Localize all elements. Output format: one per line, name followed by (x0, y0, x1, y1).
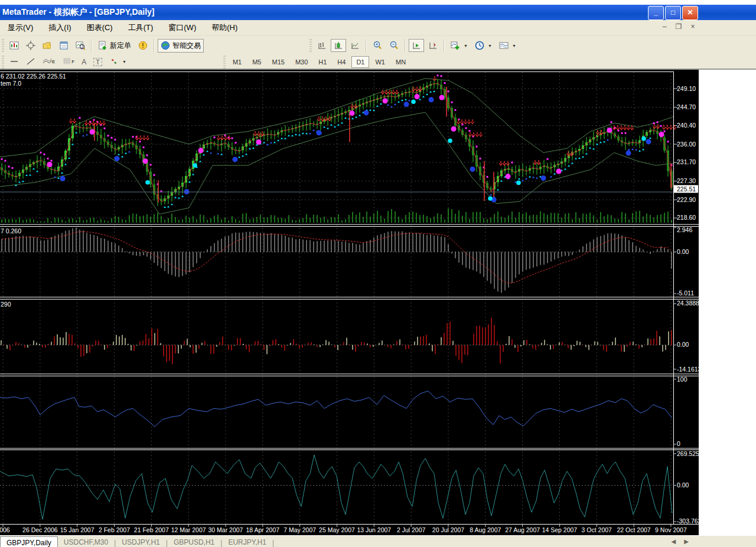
text-label-tool[interactable]: T (90, 56, 105, 68)
svg-text:100: 100 (677, 376, 687, 383)
tab-usdchf-m30[interactable]: USDCHF,M30 (58, 536, 114, 547)
tab-gbpjpy-daily[interactable]: GBPJPY,Daily (0, 536, 58, 547)
expert-advisor-label: 智能交易 (172, 41, 201, 51)
menu-tools[interactable]: 工具(T) (120, 21, 161, 35)
text-tool[interactable]: A (79, 56, 89, 68)
svg-text:3 Oct 2007: 3 Oct 2007 (582, 526, 612, 533)
line-chart-icon (350, 41, 360, 50)
arrows-tool-icon (109, 57, 119, 67)
timeframe-m1-button[interactable]: M1 (228, 56, 246, 68)
expert-advisor-button[interactable]: 智能交易 (158, 39, 204, 53)
timeframe-w1-button[interactable]: W1 (370, 56, 390, 68)
svg-text:-303.762: -303.762 (677, 517, 699, 525)
menu-help[interactable]: 帮助(H) (204, 21, 245, 35)
menu-view[interactable]: 显示(V) (0, 21, 41, 35)
periods-clock-icon (475, 41, 484, 50)
periods-button[interactable]: ▼ (472, 39, 495, 52)
svg-text:222.90: 222.90 (677, 196, 696, 203)
svg-text:12 Mar 2007: 12 Mar 2007 (171, 526, 206, 533)
new-order-button[interactable]: 新定单 (95, 39, 134, 53)
chart-shift-button[interactable] (425, 39, 441, 52)
svg-text:tem 7.0: tem 7.0 (1, 80, 21, 87)
fibonacci-tool[interactable]: F (59, 56, 77, 69)
trendline-tool[interactable] (23, 56, 38, 69)
toolbar-separator (405, 39, 406, 52)
tab-eurjpy-h1[interactable]: EURJPY,H1 (222, 536, 272, 547)
window-title: MetaTrader - 模拟帐户 - [GBPJPY,Daily] (2, 7, 155, 18)
timeframe-h4-button[interactable]: H4 (333, 56, 350, 68)
svg-text:-5.011: -5.011 (677, 289, 694, 297)
svg-text:240.40: 240.40 (677, 122, 696, 129)
timeframe-h1-button[interactable]: H1 (314, 56, 331, 68)
toolbar-separator (444, 39, 445, 52)
candlestick-chart-icon (334, 41, 343, 50)
zoom-out-button[interactable] (386, 39, 402, 52)
zoom-in-button[interactable] (370, 39, 385, 52)
new-chart-button[interactable] (6, 39, 22, 52)
arrows-dropdown-caret[interactable]: ▼ (122, 60, 126, 64)
minimize-button[interactable]: _ (648, 6, 664, 20)
text-tool-icon: A (82, 58, 86, 66)
horizontal-line-tool[interactable] (6, 56, 22, 69)
zoom-out-icon (389, 41, 399, 50)
mdi-restore-button[interactable]: ❐ (673, 22, 684, 32)
tab-scroll-left-icon[interactable]: ◀ (672, 538, 685, 545)
chart-tab-bar: GBPJPY,Daily USDCHF,M30 | USDJPY,H1 | GB… (0, 535, 756, 547)
auto-scroll-button[interactable] (409, 39, 424, 52)
tab-usdjpy-h1[interactable]: USDJPY,H1 (116, 536, 165, 547)
svg-text:26 Dec 2006: 26 Dec 2006 (22, 526, 58, 533)
maximize-button[interactable]: □ (665, 6, 681, 20)
svg-text:249.10: 249.10 (677, 85, 696, 92)
timeframe-d1-button[interactable]: D1 (351, 56, 369, 68)
svg-text:0.00: 0.00 (677, 481, 689, 489)
timeframe-m5-button[interactable]: M5 (247, 56, 266, 68)
tab-scroll-right-icon[interactable]: ▶ (684, 538, 697, 545)
title-bar: MetaTrader - 模拟帐户 - [GBPJPY,Daily] _ □ ✕ (0, 5, 756, 20)
alert-button[interactable]: ! (135, 39, 151, 52)
mdi-minimize-button[interactable]: – (659, 22, 670, 32)
strategy-tester-icon (76, 41, 85, 50)
timeframe-m15-button[interactable]: M15 (267, 56, 289, 68)
candlestick-chart-button[interactable] (331, 39, 346, 52)
tab-gbpusd-h1[interactable]: GBPUSD,H1 (168, 536, 220, 547)
auto-scroll-icon (412, 41, 421, 50)
metatrader-window: MetaTrader - 模拟帐户 - [GBPJPY,Daily] _ □ ✕… (0, 0, 756, 547)
timeframe-m30-button[interactable]: M30 (291, 56, 312, 68)
templates-button[interactable]: ▼ (496, 39, 519, 52)
data-window-button[interactable] (56, 39, 71, 52)
equidistant-channel-tool[interactable]: E (40, 56, 58, 69)
fibonacci-grid-icon (62, 57, 71, 67)
svg-text:9 Nov 2007: 9 Nov 2007 (655, 526, 687, 533)
new-chart-icon (9, 41, 19, 50)
templates-dropdown-caret[interactable]: ▼ (512, 44, 516, 48)
line-chart-button[interactable] (347, 39, 363, 52)
toolbar-separator (366, 39, 367, 52)
crosshair-button[interactable] (23, 39, 38, 52)
text-label-icon: T (93, 58, 102, 66)
periods-dropdown-caret[interactable]: ▼ (488, 44, 492, 48)
svg-text:269.5252: 269.5252 (677, 450, 699, 457)
chart-canvas[interactable]: 249.10244.70240.40236.00231.70227.30222.… (0, 70, 699, 535)
chart-shift-icon (428, 41, 438, 50)
toolbar-grip (2, 39, 4, 52)
close-button[interactable]: ✕ (682, 6, 698, 20)
indicators-button[interactable]: ▼ (448, 39, 471, 52)
channel-icon (43, 57, 52, 67)
menu-insert[interactable]: 插入(I) (41, 21, 79, 35)
menu-charts[interactable]: 图表(C) (79, 21, 120, 35)
bar-chart-button[interactable] (314, 39, 330, 52)
timeframe-mn-button[interactable]: MN (391, 56, 410, 68)
chart-zone: 249.10244.70240.40236.00231.70227.30222.… (0, 70, 756, 535)
indicators-add-icon (451, 41, 460, 50)
svg-text:244.70: 244.70 (677, 103, 696, 110)
strategy-tester-button[interactable] (73, 39, 88, 52)
indicators-dropdown-caret[interactable]: ▼ (464, 44, 468, 48)
menu-window[interactable]: 窗口(W) (161, 21, 204, 35)
arrows-tool[interactable]: ▼ (106, 56, 129, 69)
svg-text:30 Mar 2007: 30 Mar 2007 (208, 526, 243, 533)
svg-text:225.51: 225.51 (677, 185, 696, 193)
profiles-button[interactable] (40, 39, 55, 52)
mdi-close-button[interactable]: × (687, 22, 698, 32)
svg-text:21 Feb 2007: 21 Feb 2007 (134, 526, 169, 533)
zoom-in-icon (373, 41, 382, 50)
